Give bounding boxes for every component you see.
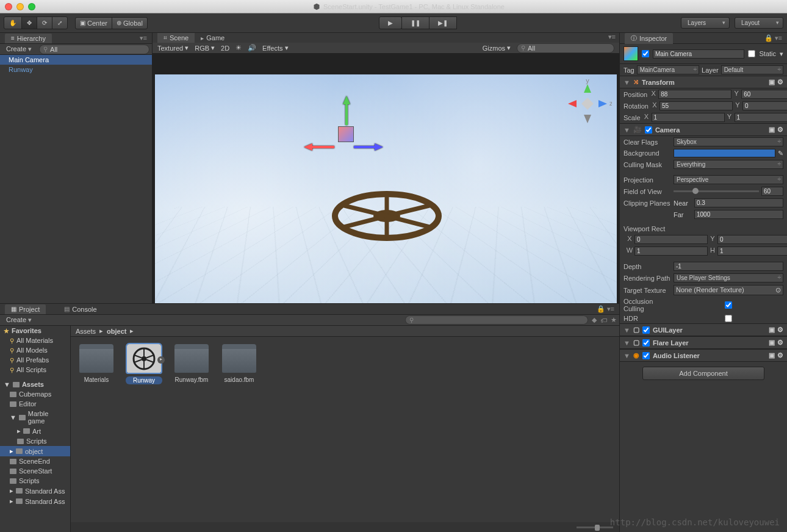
hand-tool-button[interactable]: ✋ [4,16,22,29]
scale-tool-button[interactable]: ⤢ [52,16,68,29]
add-component-button[interactable]: Add Component [642,367,764,380]
folder-editor[interactable]: Editor [0,399,70,409]
guilayer-component-header[interactable]: ▼▢GUILayer▣⚙ [620,323,787,336]
step-button[interactable]: ▶❚ [429,16,457,29]
asset-grid[interactable]: Materials ▸ Runway Runway.fbm saidao.fbm [71,337,619,522]
search-filter-icon[interactable]: ◆ [592,316,597,324]
hierarchy-item-main-camera[interactable]: Main Camera [0,55,152,65]
gizmo-z-axis[interactable] [375,143,383,151]
hierarchy-create-dropdown[interactable]: Create ▾ [2,45,35,53]
fov-field[interactable] [761,187,783,196]
position-y-field[interactable] [741,90,787,99]
layer-dropdown[interactable]: Default [721,65,783,74]
folder-scenestart[interactable]: SceneStart [0,466,70,476]
breadcrumb-object[interactable]: object [107,328,126,335]
asset-saidao-fbm-folder[interactable]: saidao.fbm [221,344,257,383]
gizmo-x-axis[interactable] [304,143,312,151]
folder-scripts-mg[interactable]: Scripts [0,436,70,446]
projection-dropdown[interactable]: Perspective [674,175,783,184]
gameobject-active-checkbox[interactable] [642,50,649,57]
viewport-w-field[interactable] [634,246,708,256]
close-window-button[interactable] [5,3,12,10]
pivot-center-button[interactable]: ▣ Center [75,17,112,29]
layout-dropdown[interactable]: Layout [735,17,783,29]
folder-marble-game[interactable]: ▼Marble game [0,409,70,426]
gear-icon[interactable]: ⚙ [777,339,783,347]
rendering-path-dropdown[interactable]: Use Player Settings [674,273,783,282]
camera-component-header[interactable]: ▼🎥 Camera ▣⚙ [620,123,787,136]
play-overlay-icon[interactable]: ▸ [157,356,165,364]
project-folder-tree[interactable]: ★Favorites ⚲All Materials ⚲All Models ⚲A… [0,326,71,532]
gear-icon[interactable]: ⚙ [777,126,783,134]
gear-icon[interactable]: ⚙ [777,351,783,359]
help-icon[interactable]: ▣ [769,351,775,359]
favorite-all-prefabs[interactable]: ⚲All Prefabs [0,355,70,365]
occlusion-culling-checkbox[interactable] [674,301,783,309]
rotation-x-field[interactable] [659,101,733,110]
viewport-x-field[interactable] [634,235,708,244]
eyedropper-icon[interactable]: ✎ [778,149,783,157]
move-tool-button[interactable]: ✥ [21,16,37,29]
audio-enabled-checkbox[interactable] [642,352,650,359]
rotate-tool-button[interactable]: ⟳ [37,16,52,29]
flare-layer-component-header[interactable]: ▼▢Flare Layer▣⚙ [620,336,787,349]
camera-enabled-checkbox[interactable] [645,126,652,134]
inspector-tab[interactable]: ⓘ Inspector [625,33,673,44]
scale-y-field[interactable] [735,113,787,122]
depth-field[interactable] [674,262,783,271]
pivot-global-button[interactable]: ⊕ Global [112,17,148,29]
folder-object[interactable]: ▸object [0,446,70,456]
gear-icon[interactable]: ⚙ [777,326,783,334]
scene-search[interactable]: ⚲ All [517,43,614,53]
project-create-dropdown[interactable]: Create ▾ [2,316,35,324]
favorites-header[interactable]: ★Favorites [0,326,70,336]
hierarchy-tab[interactable]: ≡ Hierarchy [5,34,52,43]
folder-sceneend[interactable]: SceneEnd [0,456,70,466]
pause-button[interactable]: ❚❚ [401,16,429,29]
gizmo-y-axis[interactable] [343,96,350,104]
shading-mode-dropdown[interactable]: Textured ▾ [157,44,189,52]
orientation-gizmo[interactable]: y z [563,79,612,128]
far-field[interactable] [694,210,783,219]
favorite-all-materials[interactable]: ⚲All Materials [0,336,70,345]
console-tab[interactable]: ▤ Console [58,304,102,314]
thumbnail-size-slider[interactable] [577,527,613,528]
background-color-field[interactable] [674,149,775,157]
folder-standard-assets-1[interactable]: ▸Standard Ass [0,486,70,496]
gizmos-dropdown[interactable]: Gizmos ▾ [483,44,511,52]
tag-dropdown[interactable]: MainCamera [637,65,699,74]
minimize-window-button[interactable] [16,3,24,10]
transform-gizmo[interactable] [338,126,354,142]
zoom-window-button[interactable] [28,3,35,10]
gameobject-icon[interactable] [623,46,638,61]
viewport-h-field[interactable] [717,246,787,256]
lighting-toggle[interactable]: ☀ [235,44,242,52]
favorite-all-models[interactable]: ⚲All Models [0,345,70,355]
audio-listener-component-header[interactable]: ▼◉Audio Listener▣⚙ [620,349,787,362]
inspector-options[interactable]: 🔒 ▾≡ [764,34,782,42]
folder-scripts[interactable]: Scripts [0,476,70,486]
assets-header[interactable]: ▼Assets [0,379,70,389]
scene-tab[interactable]: ⌗ Scene [157,33,195,43]
effects-dropdown[interactable]: Effects ▾ [262,44,288,52]
search-label-icon[interactable]: 🏷 [600,317,607,324]
clear-flags-dropdown[interactable]: Skybox [674,137,783,146]
help-icon[interactable]: ▣ [769,78,775,86]
runway-object[interactable] [332,190,442,243]
breadcrumb-assets[interactable]: Assets [76,328,96,335]
help-icon[interactable]: ▣ [769,126,775,134]
hierarchy-search[interactable]: ⚲ All [39,45,149,54]
asset-materials-folder[interactable]: Materials [78,344,115,383]
help-icon[interactable]: ▣ [769,326,775,334]
layers-dropdown[interactable]: Layers [681,17,730,29]
folder-standard-assets-2[interactable]: ▸Standard Ass [0,496,70,506]
gameobject-name-field[interactable] [653,49,744,59]
guilayer-enabled-checkbox[interactable] [642,326,650,334]
project-search[interactable]: ⚲ [405,315,588,325]
flare-enabled-checkbox[interactable] [642,339,650,347]
target-texture-field[interactable]: None (Render Texture)⊙ [674,285,783,295]
scale-x-field[interactable] [652,113,725,122]
culling-mask-dropdown[interactable]: Everything [674,160,783,169]
search-star-icon[interactable]: ★ [611,316,617,324]
gear-icon[interactable]: ⚙ [777,78,783,86]
